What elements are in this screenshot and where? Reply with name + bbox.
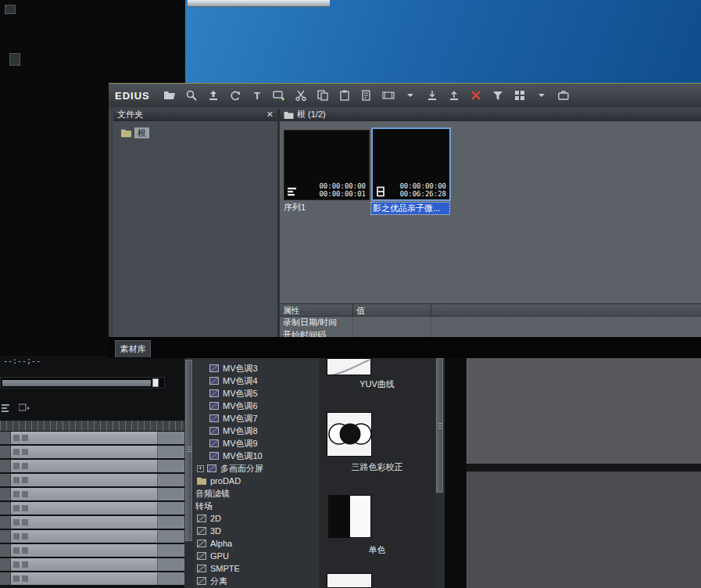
view-grid-icon[interactable]: [513, 88, 527, 102]
bin-case-icon[interactable]: [556, 88, 570, 102]
effects-tree-item[interactable]: MV色调8: [194, 425, 319, 437]
track-header-bar[interactable]: [11, 488, 157, 500]
track-toggle-button[interactable]: [22, 477, 28, 483]
effect-preview-circles[interactable]: [327, 412, 372, 457]
effects-tree-item[interactable]: MV色调10: [194, 450, 319, 462]
effects-tree-item[interactable]: Alpha: [194, 537, 319, 550]
capture-icon[interactable]: [272, 88, 286, 102]
scrollbar-thumb[interactable]: [436, 358, 443, 493]
track-header-bar[interactable]: [11, 432, 157, 444]
track-toggle-button[interactable]: [22, 547, 28, 554]
clip-thumbnail[interactable]: 00:00:00:0000:06:26:28: [371, 127, 451, 201]
track-patch-button[interactable]: [157, 488, 184, 500]
track-toggle-button[interactable]: [13, 575, 20, 582]
effects-tree-item[interactable]: MV色调7: [194, 412, 319, 425]
track-toggle-button[interactable]: [13, 463, 20, 469]
track-toggle-button[interactable]: [22, 449, 28, 455]
track-select-button[interactable]: [0, 488, 11, 500]
track-toggle-button[interactable]: [22, 463, 28, 469]
track-patch-button[interactable]: [157, 572, 184, 585]
track-patch-button[interactable]: [157, 474, 184, 486]
tab-asset-library[interactable]: 素材库: [115, 340, 151, 357]
effect-preview-curve[interactable]: [327, 358, 371, 375]
track-toggle-button[interactable]: [22, 435, 28, 441]
track-header-row[interactable]: [0, 446, 184, 458]
track-toggle-button[interactable]: [22, 491, 28, 497]
track-header-bar[interactable]: [11, 502, 157, 514]
track-header-row[interactable]: [0, 488, 184, 500]
cut-icon[interactable]: [294, 88, 308, 102]
effect-thumbnail[interactable]: [327, 573, 372, 588]
track-patch-button[interactable]: [157, 516, 184, 529]
effects-thumbnails-scrollbar[interactable]: [435, 358, 445, 588]
effects-tree-item[interactable]: MV色调3: [194, 362, 319, 375]
track-select-button[interactable]: [0, 460, 11, 472]
track-patch-button[interactable]: [157, 460, 184, 472]
effects-tree-item[interactable]: +多画面分屏: [194, 462, 319, 475]
sequence-icon[interactable]: [381, 88, 395, 102]
track-header-row[interactable]: [0, 572, 184, 585]
effects-tree-item[interactable]: GPU: [194, 550, 319, 562]
property-column-header[interactable]: 属性: [280, 304, 353, 316]
track-header-bar[interactable]: [11, 530, 157, 543]
desktop-icon[interactable]: [9, 53, 20, 66]
effect-preview-blank[interactable]: [327, 573, 372, 588]
track-select-button[interactable]: [0, 530, 11, 543]
effects-tree-item[interactable]: MV色调5: [194, 387, 319, 400]
clip-item[interactable]: 00:00:00:0000:00:00:01序列1: [284, 130, 370, 213]
track-select-button[interactable]: [0, 432, 11, 444]
track-toggle-button[interactable]: [22, 561, 28, 568]
effects-tree-item[interactable]: MV色调6: [194, 400, 319, 412]
track-toggle-button[interactable]: [22, 505, 28, 511]
track-patch-button[interactable]: [157, 446, 184, 458]
effects-tree-item[interactable]: 音频滤镜: [194, 487, 319, 500]
title-icon[interactable]: T: [250, 88, 264, 102]
effects-tree-item[interactable]: 分离: [194, 575, 319, 587]
track-patch-button[interactable]: [157, 432, 184, 444]
effect-thumbnail[interactable]: [327, 412, 372, 457]
timeline-ruler[interactable]: [0, 421, 184, 431]
slider-handle[interactable]: [152, 378, 159, 387]
track-toggle-button[interactable]: [13, 547, 20, 554]
track-header-row[interactable]: [0, 558, 184, 571]
track-select-button[interactable]: [0, 446, 11, 458]
track-patch-button[interactable]: [157, 502, 184, 514]
track-header-bar[interactable]: [11, 474, 157, 486]
copy-icon[interactable]: [316, 88, 330, 102]
track-toggle-button[interactable]: [13, 561, 20, 568]
import-icon[interactable]: [425, 88, 439, 102]
dropdown-icon[interactable]: [535, 88, 549, 102]
track-mode-dropdown-icon[interactable]: [19, 402, 31, 416]
effects-tree-item[interactable]: MV色调9: [194, 437, 319, 450]
track-select-button[interactable]: [0, 474, 11, 486]
desktop-icon[interactable]: [5, 5, 16, 14]
track-header-bar[interactable]: [11, 516, 157, 529]
track-select-button[interactable]: [0, 502, 11, 514]
clip-name[interactable]: 影之优品亲子微...: [371, 203, 449, 214]
clip-thumbnail[interactable]: 00:00:00:0000:00:00:01: [284, 130, 370, 200]
effect-thumbnail[interactable]: [328, 495, 371, 538]
track-select-button[interactable]: [0, 516, 11, 529]
effects-tree-item[interactable]: 转场: [194, 500, 319, 512]
track-layers-icon[interactable]: [2, 402, 13, 416]
expander-icon[interactable]: +: [197, 465, 204, 472]
track-header-row[interactable]: [0, 502, 184, 514]
dropdown-icon[interactable]: [403, 88, 417, 102]
delete-icon[interactable]: [469, 88, 483, 102]
search-icon[interactable]: [184, 88, 198, 102]
track-header-bar[interactable]: [11, 572, 157, 585]
refresh-icon[interactable]: [228, 88, 242, 102]
effects-tree-scrollbar[interactable]: [184, 358, 194, 588]
track-patch-button[interactable]: [157, 544, 184, 557]
value-column-header[interactable]: 值: [353, 304, 431, 316]
clip-name[interactable]: 序列1: [284, 202, 370, 213]
track-patch-button[interactable]: [157, 530, 184, 543]
track-toggle-button[interactable]: [22, 533, 28, 540]
effect-thumbnail[interactable]: [327, 358, 371, 375]
track-patch-button[interactable]: [157, 558, 184, 571]
track-toggle-button[interactable]: [13, 491, 20, 497]
track-toggle-button[interactable]: [13, 449, 20, 455]
track-header-row[interactable]: [0, 432, 184, 444]
scrollbar-thumb[interactable]: [185, 360, 192, 541]
bin-titlebar[interactable]: EDIUS T: [109, 84, 701, 107]
